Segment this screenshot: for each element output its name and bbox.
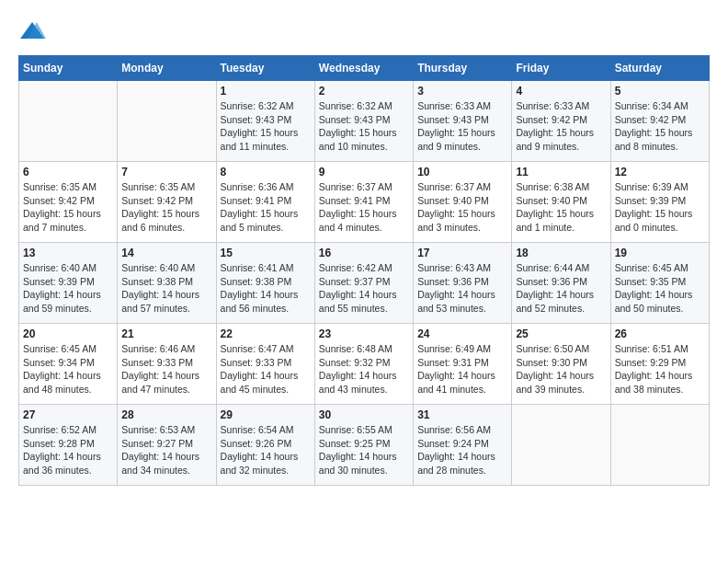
- day-number: 23: [319, 327, 409, 340]
- day-number: 8: [221, 166, 311, 178]
- calendar-cell: [512, 405, 610, 486]
- calendar-cell: 11Sunrise: 6:38 AM Sunset: 9:40 PM Dayli…: [512, 162, 610, 243]
- day-number: 29: [221, 408, 311, 421]
- calendar-cell: 10Sunrise: 6:37 AM Sunset: 9:40 PM Dayli…: [414, 162, 512, 243]
- day-number: 11: [516, 166, 606, 178]
- logo-icon: [18, 18, 46, 46]
- day-info: Sunrise: 6:53 AM Sunset: 9:27 PM Dayligh…: [121, 423, 211, 477]
- calendar-cell: 9Sunrise: 6:37 AM Sunset: 9:41 PM Daylig…: [314, 162, 413, 243]
- day-info: Sunrise: 6:43 AM Sunset: 9:36 PM Dayligh…: [417, 261, 507, 316]
- calendar-cell: 27Sunrise: 6:52 AM Sunset: 9:28 PM Dayli…: [19, 405, 118, 486]
- weekday-header-row: SundayMondayTuesdayWednesdayThursdayFrid…: [19, 56, 710, 81]
- day-number: 28: [121, 408, 211, 421]
- day-number: 12: [615, 166, 705, 178]
- calendar-table: SundayMondayTuesdayWednesdayThursdayFrid…: [18, 55, 710, 486]
- day-number: 9: [319, 166, 409, 178]
- calendar-cell: 1Sunrise: 6:32 AM Sunset: 9:43 PM Daylig…: [216, 81, 314, 162]
- calendar-cell: 8Sunrise: 6:36 AM Sunset: 9:41 PM Daylig…: [216, 162, 314, 243]
- day-info: Sunrise: 6:33 AM Sunset: 9:42 PM Dayligh…: [516, 99, 606, 154]
- day-info: Sunrise: 6:46 AM Sunset: 9:33 PM Dayligh…: [121, 342, 211, 396]
- calendar-cell: 6Sunrise: 6:35 AM Sunset: 9:42 PM Daylig…: [19, 162, 118, 243]
- calendar-cell: [19, 81, 118, 162]
- calendar-cell: 20Sunrise: 6:45 AM Sunset: 9:34 PM Dayli…: [19, 324, 118, 405]
- day-number: 2: [319, 85, 409, 98]
- day-info: Sunrise: 6:54 AM Sunset: 9:26 PM Dayligh…: [221, 423, 311, 477]
- weekday-monday: Monday: [118, 56, 216, 81]
- calendar-week-4: 20Sunrise: 6:45 AM Sunset: 9:34 PM Dayli…: [19, 324, 710, 405]
- calendar-week-1: 1Sunrise: 6:32 AM Sunset: 9:43 PM Daylig…: [19, 81, 710, 162]
- day-number: 4: [516, 85, 606, 98]
- calendar-cell: 16Sunrise: 6:42 AM Sunset: 9:37 PM Dayli…: [314, 243, 413, 324]
- day-info: Sunrise: 6:42 AM Sunset: 9:37 PM Dayligh…: [319, 261, 409, 316]
- calendar-cell: 2Sunrise: 6:32 AM Sunset: 9:43 PM Daylig…: [314, 81, 413, 162]
- day-number: 26: [615, 327, 705, 340]
- calendar-cell: 24Sunrise: 6:49 AM Sunset: 9:31 PM Dayli…: [414, 324, 512, 405]
- day-info: Sunrise: 6:37 AM Sunset: 9:40 PM Dayligh…: [417, 180, 507, 235]
- day-number: 13: [23, 247, 113, 259]
- calendar-cell: 18Sunrise: 6:44 AM Sunset: 9:36 PM Dayli…: [512, 243, 610, 324]
- calendar-cell: 14Sunrise: 6:40 AM Sunset: 9:38 PM Dayli…: [118, 243, 216, 324]
- day-info: Sunrise: 6:47 AM Sunset: 9:33 PM Dayligh…: [221, 342, 311, 396]
- day-number: 15: [221, 247, 311, 259]
- calendar-cell: 12Sunrise: 6:39 AM Sunset: 9:39 PM Dayli…: [610, 162, 709, 243]
- day-info: Sunrise: 6:32 AM Sunset: 9:43 PM Dayligh…: [221, 99, 311, 154]
- day-info: Sunrise: 6:41 AM Sunset: 9:38 PM Dayligh…: [221, 261, 311, 316]
- calendar-cell: 23Sunrise: 6:48 AM Sunset: 9:32 PM Dayli…: [314, 324, 413, 405]
- day-info: Sunrise: 6:52 AM Sunset: 9:28 PM Dayligh…: [23, 423, 113, 477]
- day-number: 31: [417, 408, 507, 421]
- day-info: Sunrise: 6:51 AM Sunset: 9:29 PM Dayligh…: [615, 342, 705, 396]
- day-info: Sunrise: 6:50 AM Sunset: 9:30 PM Dayligh…: [516, 342, 606, 396]
- calendar-cell: 28Sunrise: 6:53 AM Sunset: 9:27 PM Dayli…: [118, 405, 216, 486]
- calendar-cell: 17Sunrise: 6:43 AM Sunset: 9:36 PM Dayli…: [414, 243, 512, 324]
- day-number: 1: [221, 85, 311, 98]
- day-info: Sunrise: 6:49 AM Sunset: 9:31 PM Dayligh…: [417, 342, 507, 396]
- logo: [18, 18, 50, 46]
- calendar-cell: 31Sunrise: 6:56 AM Sunset: 9:24 PM Dayli…: [414, 405, 512, 486]
- calendar-body: 1Sunrise: 6:32 AM Sunset: 9:43 PM Daylig…: [19, 81, 710, 486]
- weekday-thursday: Thursday: [414, 56, 512, 81]
- day-info: Sunrise: 6:45 AM Sunset: 9:34 PM Dayligh…: [23, 342, 113, 396]
- day-info: Sunrise: 6:40 AM Sunset: 9:39 PM Dayligh…: [23, 261, 113, 316]
- day-number: 21: [121, 327, 211, 340]
- day-number: 27: [23, 408, 113, 421]
- day-info: Sunrise: 6:39 AM Sunset: 9:39 PM Dayligh…: [615, 180, 705, 235]
- weekday-tuesday: Tuesday: [216, 56, 314, 81]
- calendar-cell: 25Sunrise: 6:50 AM Sunset: 9:30 PM Dayli…: [512, 324, 610, 405]
- day-info: Sunrise: 6:37 AM Sunset: 9:41 PM Dayligh…: [319, 180, 409, 235]
- weekday-sunday: Sunday: [19, 56, 118, 81]
- calendar-cell: 3Sunrise: 6:33 AM Sunset: 9:43 PM Daylig…: [414, 81, 512, 162]
- calendar-cell: 29Sunrise: 6:54 AM Sunset: 9:26 PM Dayli…: [216, 405, 314, 486]
- day-info: Sunrise: 6:48 AM Sunset: 9:32 PM Dayligh…: [319, 342, 409, 396]
- day-number: 6: [23, 166, 113, 178]
- calendar-cell: 15Sunrise: 6:41 AM Sunset: 9:38 PM Dayli…: [216, 243, 314, 324]
- weekday-saturday: Saturday: [610, 56, 709, 81]
- day-info: Sunrise: 6:44 AM Sunset: 9:36 PM Dayligh…: [516, 261, 606, 316]
- day-number: 14: [121, 247, 211, 259]
- day-info: Sunrise: 6:34 AM Sunset: 9:42 PM Dayligh…: [615, 99, 705, 154]
- calendar-cell: 13Sunrise: 6:40 AM Sunset: 9:39 PM Dayli…: [19, 243, 118, 324]
- calendar-week-3: 13Sunrise: 6:40 AM Sunset: 9:39 PM Dayli…: [19, 243, 710, 324]
- day-info: Sunrise: 6:38 AM Sunset: 9:40 PM Dayligh…: [516, 180, 606, 235]
- day-info: Sunrise: 6:33 AM Sunset: 9:43 PM Dayligh…: [417, 99, 507, 154]
- weekday-wednesday: Wednesday: [314, 56, 413, 81]
- day-number: 18: [516, 247, 606, 259]
- day-info: Sunrise: 6:40 AM Sunset: 9:38 PM Dayligh…: [121, 261, 211, 316]
- calendar-cell: 21Sunrise: 6:46 AM Sunset: 9:33 PM Dayli…: [118, 324, 216, 405]
- day-info: Sunrise: 6:36 AM Sunset: 9:41 PM Dayligh…: [221, 180, 311, 235]
- calendar-week-5: 27Sunrise: 6:52 AM Sunset: 9:28 PM Dayli…: [19, 405, 710, 486]
- day-number: 30: [319, 408, 409, 421]
- calendar-cell: 19Sunrise: 6:45 AM Sunset: 9:35 PM Dayli…: [610, 243, 709, 324]
- calendar-cell: 26Sunrise: 6:51 AM Sunset: 9:29 PM Dayli…: [610, 324, 709, 405]
- page-header: [18, 18, 710, 46]
- day-number: 17: [417, 247, 507, 259]
- calendar-cell: 22Sunrise: 6:47 AM Sunset: 9:33 PM Dayli…: [216, 324, 314, 405]
- day-info: Sunrise: 6:35 AM Sunset: 9:42 PM Dayligh…: [23, 180, 113, 235]
- day-number: 22: [221, 327, 311, 340]
- day-number: 5: [615, 85, 705, 98]
- day-info: Sunrise: 6:45 AM Sunset: 9:35 PM Dayligh…: [615, 261, 705, 316]
- calendar-cell: 7Sunrise: 6:35 AM Sunset: 9:42 PM Daylig…: [118, 162, 216, 243]
- calendar-cell: [118, 81, 216, 162]
- day-info: Sunrise: 6:32 AM Sunset: 9:43 PM Dayligh…: [319, 99, 409, 154]
- day-number: 25: [516, 327, 606, 340]
- calendar-cell: [610, 405, 709, 486]
